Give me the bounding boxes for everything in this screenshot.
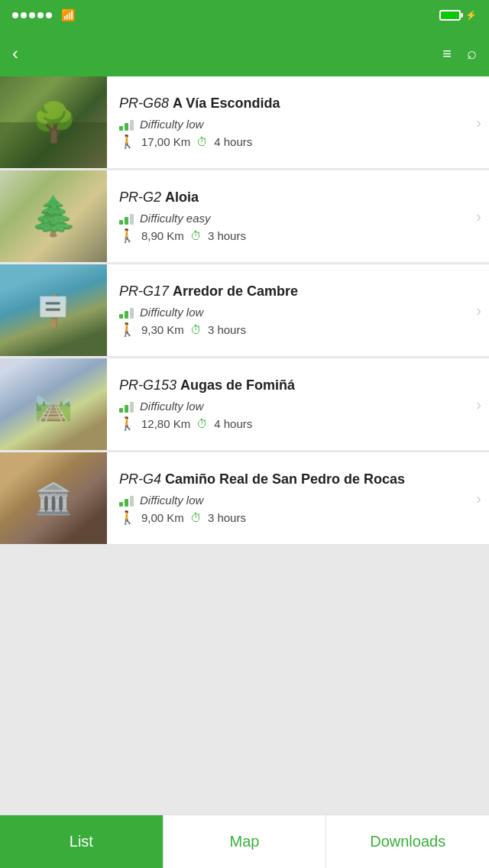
route-info: PR-G68 A Vía Escondida Difficulty low 🚶 …: [107, 76, 468, 168]
battery-icon: [439, 10, 461, 21]
route-image: [0, 264, 107, 356]
difficulty-label: Difficulty easy: [140, 212, 211, 225]
distance-value: 9,30 Km: [141, 323, 184, 336]
clock-icon: ⏱: [196, 135, 208, 148]
route-name: PR-G68 A Vía Escondida: [119, 95, 459, 112]
route-code: PR-G153: [119, 377, 180, 393]
difficulty-row: Difficulty low: [119, 399, 459, 413]
route-code: PR-G2: [119, 189, 165, 205]
route-name: PR-G17 Arredor de Cambre: [119, 283, 459, 300]
distance-value: 12,80 Km: [141, 417, 190, 430]
walk-icon: 🚶: [119, 416, 135, 432]
route-image: [0, 358, 107, 450]
route-item[interactable]: PR-G153 Augas de Fomiñá Difficulty low 🚶: [0, 358, 489, 450]
bar-2: [125, 217, 128, 225]
route-list: PR-G68 A Vía Escondida Difficulty low 🚶 …: [0, 76, 489, 815]
route-item[interactable]: PR-G17 Arredor de Cambre Difficulty low …: [0, 264, 489, 356]
route-title: Augas de Fomiñá: [180, 377, 295, 393]
distance-value: 9,00 Km: [141, 511, 184, 524]
route-stats: Difficulty low 🚶 9,30 Km ⏱ 3 hours: [119, 305, 459, 338]
back-button[interactable]: ‹: [12, 43, 23, 64]
route-stats: Difficulty low 🚶 17,00 Km ⏱ 4 hours: [119, 117, 459, 150]
search-icon[interactable]: ⌕: [467, 44, 477, 63]
duration-value: 3 hours: [208, 229, 246, 242]
difficulty-bars: [119, 211, 134, 225]
difficulty-label: Difficulty low: [140, 494, 203, 507]
walk-icon: 🚶: [119, 322, 135, 338]
bar-3: [130, 120, 134, 131]
duration-value: 4 hours: [214, 417, 252, 430]
route-info: PR-G4 Camiño Real de San Pedro de Rocas …: [107, 452, 468, 544]
nav-actions: ≡ ⌕: [442, 44, 477, 63]
route-image: [0, 170, 107, 262]
clock-icon: ⏱: [190, 229, 202, 242]
bar-3: [130, 496, 134, 507]
chevron-right-icon: ›: [468, 358, 489, 450]
chevron-right-icon: ›: [468, 264, 489, 356]
signal-dots: [12, 12, 52, 18]
distance-row: 🚶 8,90 Km ⏱ 3 hours: [119, 228, 459, 244]
bar-1: [119, 126, 123, 131]
difficulty-row: Difficulty low: [119, 493, 459, 507]
route-code: PR-G17: [119, 283, 173, 299]
route-stats: Difficulty low 🚶 9,00 Km ⏱ 3 hours: [119, 493, 459, 526]
chevron-right-icon: ›: [468, 170, 489, 262]
route-item[interactable]: PR-G4 Camiño Real de San Pedro de Rocas …: [0, 452, 489, 544]
distance-row: 🚶 12,80 Km ⏱ 4 hours: [119, 416, 459, 432]
nav-bar: ‹ ≡ ⌕: [0, 31, 489, 76]
difficulty-label: Difficulty low: [140, 306, 203, 319]
duration-value: 3 hours: [208, 511, 246, 524]
duration-value: 3 hours: [208, 323, 246, 336]
bar-1: [119, 314, 123, 319]
back-arrow-icon: ‹: [12, 43, 18, 64]
difficulty-row: Difficulty low: [119, 305, 459, 319]
clock-icon: ⏱: [196, 417, 208, 430]
route-image: [0, 452, 107, 544]
bar-1: [119, 502, 123, 507]
distance-row: 🚶 9,00 Km ⏱ 3 hours: [119, 510, 459, 526]
distance-row: 🚶 17,00 Km ⏱ 4 hours: [119, 134, 459, 150]
difficulty-bars: [119, 117, 134, 131]
clock-icon: ⏱: [190, 511, 202, 524]
route-title: Aloia: [165, 189, 199, 205]
bar-3: [130, 402, 134, 413]
duration-value: 4 hours: [214, 135, 252, 148]
route-info: PR-G2 Aloia Difficulty easy 🚶 8,90 Km: [107, 170, 468, 262]
route-code: PR-G4: [119, 471, 165, 487]
tab-list[interactable]: List: [0, 815, 164, 868]
bar-1: [119, 408, 123, 413]
distance-value: 8,90 Km: [141, 229, 184, 242]
tab-bar: ListMapDownloads: [0, 815, 489, 868]
route-item[interactable]: PR-G2 Aloia Difficulty easy 🚶 8,90 Km: [0, 170, 489, 262]
bar-2: [125, 123, 128, 131]
route-info: PR-G17 Arredor de Cambre Difficulty low …: [107, 264, 468, 356]
tab-map[interactable]: Map: [164, 815, 327, 868]
route-title: Camiño Real de San Pedro de Rocas: [165, 471, 405, 487]
difficulty-bars: [119, 493, 134, 507]
difficulty-row: Difficulty low: [119, 117, 459, 131]
status-right: ⚡: [439, 10, 477, 21]
tab-downloads[interactable]: Downloads: [326, 815, 489, 868]
route-title: Arredor de Cambre: [173, 283, 298, 299]
difficulty-bars: [119, 399, 134, 413]
route-name: PR-G2 Aloia: [119, 189, 459, 206]
route-name: PR-G153 Augas de Fomiñá: [119, 377, 459, 394]
distance-row: 🚶 9,30 Km ⏱ 3 hours: [119, 322, 459, 338]
route-item[interactable]: PR-G68 A Vía Escondida Difficulty low 🚶 …: [0, 76, 489, 168]
difficulty-label: Difficulty low: [140, 400, 203, 413]
wifi-icon: 📶: [61, 8, 76, 22]
charging-icon: ⚡: [465, 10, 477, 21]
route-code: PR-G68: [119, 96, 173, 111]
chevron-right-icon: ›: [468, 76, 489, 168]
difficulty-bars: [119, 305, 134, 319]
status-left: 📶: [12, 8, 76, 22]
filter-icon[interactable]: ≡: [442, 45, 452, 63]
route-info: PR-G153 Augas de Fomiñá Difficulty low 🚶: [107, 358, 468, 450]
route-stats: Difficulty low 🚶 12,80 Km ⏱ 4 hours: [119, 399, 459, 432]
chevron-right-icon: ›: [468, 452, 489, 544]
route-image: [0, 76, 107, 168]
difficulty-row: Difficulty easy: [119, 211, 459, 225]
route-title: A Vía Escondida: [173, 96, 280, 111]
bar-3: [130, 308, 134, 319]
status-bar: 📶 ⚡: [0, 0, 489, 31]
